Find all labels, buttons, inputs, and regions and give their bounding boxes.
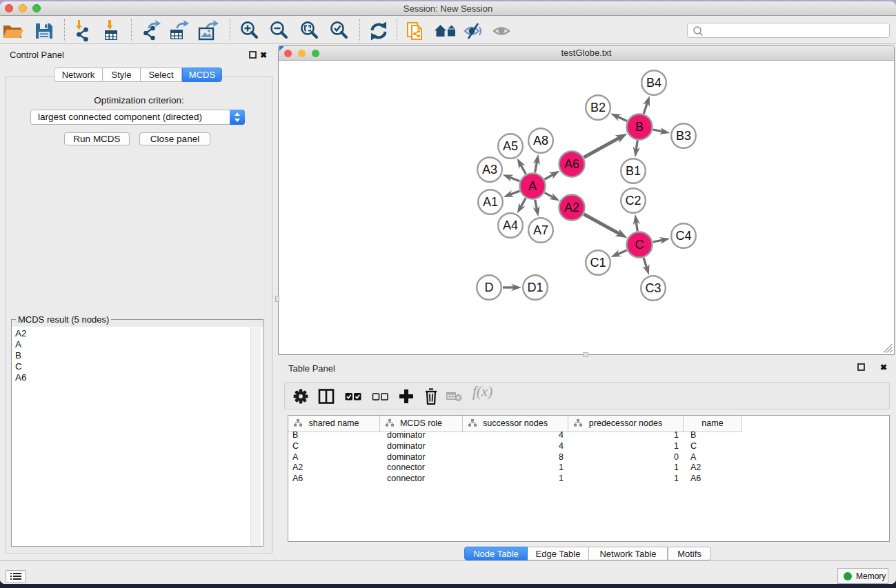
svg-text:C1: C1 bbox=[590, 256, 606, 270]
svg-text:A8: A8 bbox=[533, 134, 548, 148]
svg-text:B2: B2 bbox=[590, 101, 606, 114]
svg-text:A: A bbox=[528, 179, 537, 193]
svg-text:C3: C3 bbox=[645, 281, 661, 295]
svg-text:C: C bbox=[635, 238, 644, 252]
svg-text:A6: A6 bbox=[564, 157, 579, 171]
svg-text:B4: B4 bbox=[646, 76, 661, 90]
svg-text:A4: A4 bbox=[503, 219, 518, 232]
svg-text:C4: C4 bbox=[675, 229, 691, 243]
svg-text:B: B bbox=[635, 120, 644, 134]
svg-text:A5: A5 bbox=[503, 139, 518, 153]
svg-text:D1: D1 bbox=[527, 281, 543, 294]
svg-text:D: D bbox=[485, 281, 494, 294]
svg-text:A1: A1 bbox=[483, 195, 498, 209]
svg-text:B3: B3 bbox=[676, 129, 691, 143]
svg-text:C2: C2 bbox=[625, 194, 641, 207]
svg-text:A3: A3 bbox=[482, 163, 497, 176]
svg-text:A2: A2 bbox=[564, 201, 579, 214]
svg-text:B1: B1 bbox=[626, 164, 641, 178]
svg-text:A7: A7 bbox=[533, 223, 548, 237]
